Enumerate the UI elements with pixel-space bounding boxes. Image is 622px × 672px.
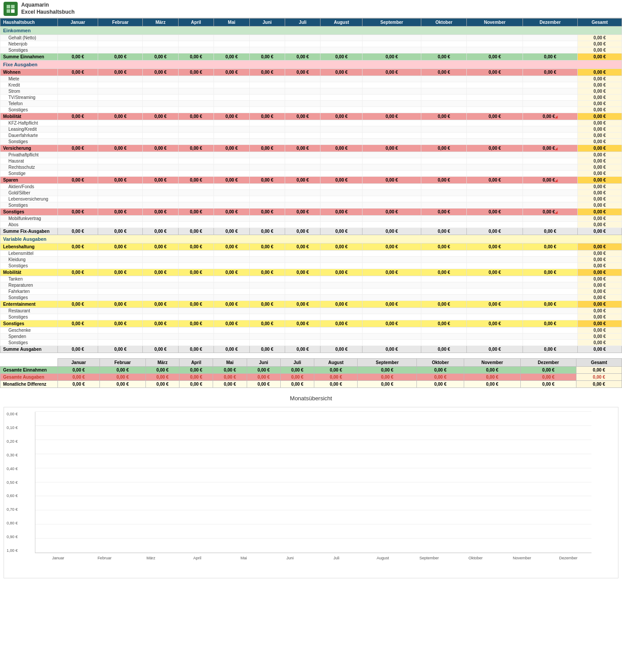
svg-rect-1 <box>7 5 10 8</box>
section-income-header: Einkommen <box>0 27 622 35</box>
var-mobilitaet-row: Mobilität 0,00 €0,00 €0,00 €0,00 €0,00 €… <box>0 269 622 276</box>
summary-income-label: Gesamte Einnahmen <box>0 367 58 374</box>
summary-header-mar: März <box>145 359 179 367</box>
fixed-wohnen-row: Wohnen 0,00 €0,00 €0,00 €0,00 €0,00 €0,0… <box>0 69 622 76</box>
chart-y-labels: 1,00 € 0,90 € 0,80 € 0,70 € 0,60 € 0,50 … <box>7 412 18 553</box>
variable-section-label: Variable Ausgaben <box>0 235 622 243</box>
x-label-nov: November <box>499 556 545 560</box>
header-col-jun: Juni <box>249 19 285 27</box>
income-section-label: Einkommen <box>0 27 622 35</box>
summary-header-jan: Januar <box>58 359 100 367</box>
x-label-sep: September <box>406 556 452 560</box>
x-label-okt: Oktober <box>452 556 499 560</box>
fixed-abos-row: Abos0,00 € <box>0 222 622 228</box>
fixed-section-label: Fixe Ausgaben <box>0 61 622 69</box>
fixed-lebensvers-row: Lebensversicherung0,00 € <box>0 196 622 202</box>
app-title-line1: Aquamarin <box>21 2 75 9</box>
variable-sum-label: Summe Ausgaben <box>0 346 58 353</box>
var-spenden-row: Spenden0,00 € <box>0 334 622 340</box>
summary-expense-row: Gesamte Ausgaben 0,00 €0,00 €0,00 €0,00 … <box>0 374 622 381</box>
fixed-privathaft-row: Privathaftpflicht0,00 € <box>0 152 622 158</box>
fixed-wohnen-sonstiges-row: Sonstiges0,00 € <box>0 107 622 113</box>
chart-title: Monatsübersicht <box>4 395 618 402</box>
var-entertainment-row: Enterntainment 0,00 €0,00 €0,00 €0,00 €0… <box>0 301 622 308</box>
chart-x-labels: Januar Februar März April Mai Juni Juli … <box>35 556 591 560</box>
grid-line-9 <box>35 425 591 426</box>
y-label-5: 0,50 € <box>7 480 18 485</box>
fixed-mobilfunk-row: Mobilfunkvertrag0,00 € <box>0 216 622 222</box>
fixed-aktien-row: Aktien/Fonds0,00 € <box>0 184 622 190</box>
var-tanken-row: Tanken0,00 € <box>0 276 622 282</box>
svg-rect-2 <box>11 5 15 8</box>
header-col-gesamt: Gesamt <box>578 19 622 27</box>
summary-expense-label: Gesamte Ausgaben <box>0 374 58 381</box>
grid-line-0 <box>35 552 591 553</box>
grid-line-7 <box>35 454 591 454</box>
var-entertainment-label: Enterntainment <box>0 301 58 308</box>
income-sum-row: Summe Einnahmen 0,00 €0,00 €0,00 €0,00 €… <box>0 53 622 61</box>
header-col-feb: Februar <box>98 19 143 27</box>
x-label-apr: April <box>174 556 221 560</box>
y-label-9: 0,10 € <box>7 425 18 430</box>
fixed-kfz-row: KFZ-Haftpflicht0,00 € <box>0 120 622 126</box>
income-gehalt-label: Gehalt (Netto) <box>0 35 58 41</box>
summary-header-dez: Dezember <box>521 359 576 367</box>
var-restaurant-row: Restaurant0,00 € <box>0 308 622 314</box>
x-label-feb: Februar <box>81 556 128 560</box>
var-ent-sonstiges-row: Sonstiges0,00 € <box>0 314 622 320</box>
x-label-jan: Januar <box>35 556 81 560</box>
fixed-telefon-row: Telefon0,00 € <box>0 101 622 107</box>
header-col-dez: Dezember <box>523 19 577 27</box>
header-row: Haushaltsbuch Januar Februar März April … <box>0 19 622 27</box>
x-label-jul: Juli <box>313 556 360 560</box>
var-lebens-sonstiges-row: Sonstiges0,00 € <box>0 263 622 269</box>
y-label-4: 0,60 € <box>7 494 18 498</box>
fixed-sonstiges-row: Sonstiges 0,00 €0,00 €0,00 €0,00 €0,00 €… <box>0 209 622 216</box>
income-sum-label: Summe Einnahmen <box>0 53 58 61</box>
fixed-tvstreaming-row: TV/Streaming0,00 € <box>0 95 622 101</box>
app-header: Aquamarin Excel Haushaltsbuch <box>0 0 622 18</box>
fixed-rechtsschutz-row: Rechtsschutz0,00 € <box>0 164 622 171</box>
var-lebenshaltung-label: Lebenshaltung <box>0 243 58 251</box>
summary-header-jul: Juli <box>280 359 314 367</box>
variable-sum-row: Summe Ausgaben 0,00 €0,00 €0,00 €0,00 €0… <box>0 346 622 353</box>
summary-header-feb: Februar <box>99 359 145 367</box>
summary-header-okt: Oktober <box>417 359 464 367</box>
y-label-10: 0,00 € <box>7 412 18 416</box>
summary-header-row: Januar Februar März April Mai Juni Juli … <box>0 359 622 367</box>
app-title-block: Aquamarin Excel Haushaltsbuch <box>21 2 75 15</box>
summary-header-aug: August <box>314 359 358 367</box>
x-label-mai: Mai <box>221 556 267 560</box>
summary-header-jun: Juni <box>247 359 280 367</box>
fixed-leasing-row: Leasing/Kredit0,00 € <box>0 126 622 133</box>
summary-income-row: Gesamte Einnahmen 0,00 €0,00 €0,00 €0,00… <box>0 367 622 374</box>
summary-header-empty <box>0 359 58 367</box>
fixed-kredit-row: Kredit0,00 € <box>0 82 622 88</box>
var-lebensmittel-row: Lebensmittel0,00 € <box>0 251 622 257</box>
var-fahrkarten-row: Fahrkarten0,00 € <box>0 289 622 295</box>
fixed-sonstiges-label: Sonstiges <box>0 209 58 216</box>
grid-line-10 <box>35 411 591 412</box>
y-label-7: 0,30 € <box>7 453 18 457</box>
fixed-sparen-sonstiges-row: Sonstiges0,00 € <box>0 202 622 209</box>
header-col-jul: Juli <box>285 19 321 27</box>
income-gehalt-row: Gehalt (Netto) 0,00 € <box>0 35 622 41</box>
summary-header-sep: September <box>358 359 417 367</box>
x-label-mar: März <box>128 556 174 560</box>
var-geschenke-row: Geschenke0,00 € <box>0 327 622 334</box>
app-logo <box>4 2 18 16</box>
y-label-6: 0,40 € <box>7 467 18 471</box>
x-label-aug: August <box>359 556 406 560</box>
section-variable-header: Variable Ausgaben <box>0 235 622 243</box>
income-sonstiges-label: Sonstiges <box>0 47 58 53</box>
svg-rect-4 <box>11 9 15 13</box>
fixed-vers-sonstige-row: Sonstige0,00 € <box>0 171 622 177</box>
header-col-aug: August <box>321 19 363 27</box>
header-col-jan: Januar <box>58 19 98 27</box>
header-col-mar: März <box>143 19 178 27</box>
fixed-versicherung-label: Versicherung <box>0 145 58 152</box>
fixed-mobilitaet-label: Mobilität <box>0 113 58 120</box>
var-kleidung-row: Kleidung0,00 € <box>0 257 622 263</box>
y-label-0: 1,00 € <box>7 548 18 553</box>
fixed-dauerkarte-row: Dauerfahrkarte0,00 € <box>0 133 622 139</box>
